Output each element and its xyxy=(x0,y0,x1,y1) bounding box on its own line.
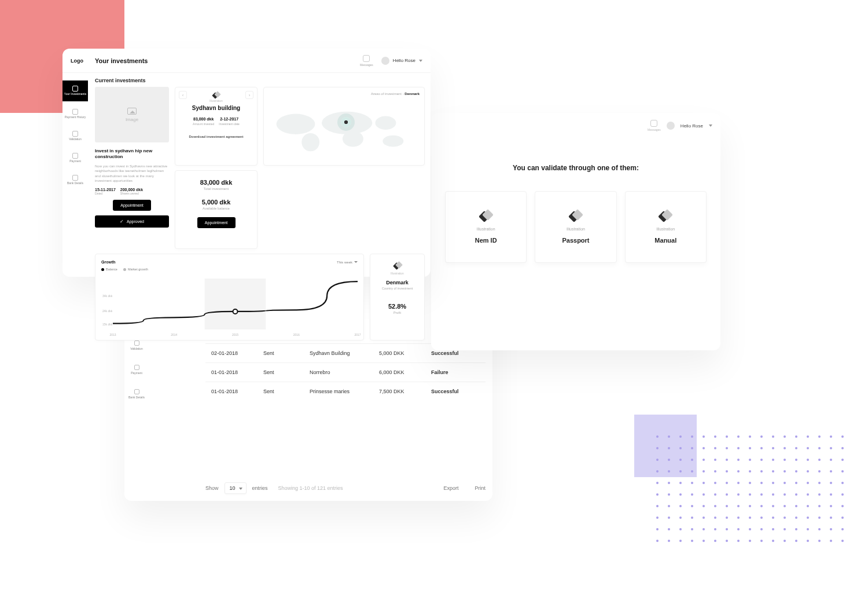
validation-option-0[interactable]: IllustrationNem ID xyxy=(445,191,527,263)
world-map xyxy=(270,102,418,159)
download-agreement-link[interactable]: Download investment agreement xyxy=(180,135,252,138)
x-tick-label: 2017 xyxy=(354,333,361,336)
promo-image-placeholder: Image xyxy=(95,87,169,142)
sidebar-item-inv-2[interactable]: Validation xyxy=(62,127,88,145)
growth-chart: 15k dkk24k dkk34k dkk2013201420152016201… xyxy=(113,279,358,329)
cell-type: Sent xyxy=(263,369,310,375)
print-button[interactable]: Print xyxy=(475,485,486,491)
cell-date: 01-01-2018 xyxy=(211,369,263,375)
illustration-icon xyxy=(393,262,402,270)
sidebar-item-pay-3[interactable]: Payment xyxy=(124,360,149,380)
user-menu[interactable]: Hello Rose xyxy=(381,57,422,65)
sidebar-item-inv-3[interactable]: Payment xyxy=(62,149,88,167)
cell-status: Successful xyxy=(431,350,483,356)
legend-balance: Balance xyxy=(106,268,117,271)
sidebar-item-label: Bank Details xyxy=(128,396,145,400)
chevron-down-icon[interactable] xyxy=(709,124,712,127)
messages-icon[interactable] xyxy=(650,120,657,127)
sidebar-item-label: Validation xyxy=(130,347,143,351)
validation-option-2[interactable]: IllustrationManual xyxy=(625,191,707,263)
validation-title: You can validate through one of them: xyxy=(431,164,720,172)
section-title: Current investments xyxy=(95,78,425,83)
messages-label: Messages xyxy=(648,128,661,131)
country-name: Denmark xyxy=(376,280,418,285)
available-balance-value: 5,000 dkk xyxy=(181,199,251,206)
next-arrow[interactable]: › xyxy=(245,91,253,99)
country-card: Illustration Denmark Country of investme… xyxy=(370,254,425,340)
square-icon xyxy=(72,175,78,181)
stat2-label: Investment date xyxy=(219,122,240,126)
investments-window: Logo Your investments Messages Hello Ros… xyxy=(62,49,431,277)
payments-footer: Show 10 entries Showing 1-10 of 121 entr… xyxy=(205,482,486,494)
table-row[interactable]: 01-01-2018SentNorrebro6,000 DKKFailure xyxy=(205,362,486,382)
square-icon xyxy=(134,365,139,370)
profit-label: Profit xyxy=(376,311,418,314)
sidebar-item-pay-4[interactable]: Bank Details xyxy=(124,384,149,405)
validation-header: Messages Hello Rose xyxy=(648,120,712,131)
export-button[interactable]: Export xyxy=(443,485,458,491)
sidebar-item-inv-4[interactable]: Bank Details xyxy=(62,171,88,189)
check-icon: ✓ xyxy=(120,219,124,224)
cell-date: 02-01-2018 xyxy=(211,350,263,356)
avatar[interactable] xyxy=(667,122,675,130)
cell-date: 01-01-2018 xyxy=(211,389,263,394)
square-icon xyxy=(134,389,139,394)
avatar xyxy=(381,57,389,65)
sidebar-item-inv-1[interactable]: Payment History xyxy=(62,105,88,123)
sidebar-item-inv-0[interactable]: Your Investments xyxy=(62,80,88,101)
map-header-prefix: Areas of investment - xyxy=(371,92,404,96)
promo-meta1-value: 15-11-2017 xyxy=(95,188,116,192)
x-tick-label: 2014 xyxy=(171,333,177,336)
stat1-label: Amount invested xyxy=(193,122,214,126)
messages-label: Messages xyxy=(360,63,373,67)
sidebar-item-label: Payment xyxy=(69,160,81,163)
growth-card: Growth This week Balance Market growth 1… xyxy=(95,254,364,340)
svg-point-7 xyxy=(233,309,238,314)
total-investment-value: 83,000 dkk xyxy=(181,179,251,186)
image-icon xyxy=(127,108,137,115)
map-header-country: Denmark xyxy=(404,92,420,96)
investments-topbar: Logo Your investments Messages Hello Ros… xyxy=(62,49,431,73)
page-title: Your investments xyxy=(95,57,148,64)
entries-select[interactable]: 10 xyxy=(225,482,247,494)
x-tick-label: 2016 xyxy=(293,333,300,336)
promo-meta2-value: 200,000 dkk xyxy=(120,188,143,192)
table-row[interactable]: 01-01-2018SentPrinsesse maries7,500 DKKS… xyxy=(205,382,486,401)
validation-option-1[interactable]: IllustrationPassport xyxy=(535,191,616,263)
illustration-label: Illustration xyxy=(209,99,223,102)
balance-appointment-button[interactable]: Appointment xyxy=(197,217,236,228)
svg-rect-6 xyxy=(205,279,266,329)
sidebar-item-label: Payment History xyxy=(65,116,86,119)
y-tick-label: 15k dkk xyxy=(102,323,112,326)
x-tick-label: 2015 xyxy=(232,333,238,336)
approved-label: Approved xyxy=(127,219,144,224)
y-tick-label: 34k dkk xyxy=(102,294,112,298)
cell-amount: 5,000 DKK xyxy=(379,350,431,356)
validation-options: IllustrationNem IDIllustrationPassportIl… xyxy=(445,191,707,263)
promo-title: Invest in sydhavn hip new construction xyxy=(95,148,169,160)
validation-option-name: Passport xyxy=(562,237,589,244)
building-name: Sydhavn building xyxy=(180,105,252,111)
messages-icon[interactable] xyxy=(363,55,370,62)
balance-card: 83,000 dkk Total investment 5,000 dkk Av… xyxy=(175,170,258,249)
square-icon xyxy=(72,109,78,115)
promo-meta1-label: Dated xyxy=(95,192,102,195)
promo-appointment-button[interactable]: Appointment xyxy=(113,200,151,211)
growth-range-select[interactable]: This week xyxy=(337,261,358,264)
stat1-value: 83,000 dkk xyxy=(193,117,214,121)
cell-desc: Norrebro xyxy=(310,369,379,375)
sidebar-item-label: Payment xyxy=(131,372,142,375)
sidebar-item-label: Your Investments xyxy=(64,93,86,96)
cell-desc: Prinsesse maries xyxy=(310,389,379,394)
logo[interactable]: Logo xyxy=(71,58,88,64)
chevron-down-icon xyxy=(419,60,422,62)
validation-option-name: Nem ID xyxy=(475,237,497,244)
decor-dot-grid xyxy=(656,435,847,549)
square-icon xyxy=(72,86,78,91)
square-icon xyxy=(72,131,78,137)
promo-approved-button[interactable]: ✓ Approved xyxy=(95,215,169,228)
svg-point-5 xyxy=(375,116,396,130)
prev-arrow[interactable]: ‹ xyxy=(179,91,187,99)
entries-summary: Showing 1-10 of 121 entries xyxy=(278,485,343,491)
cell-status: Successful xyxy=(431,389,483,394)
